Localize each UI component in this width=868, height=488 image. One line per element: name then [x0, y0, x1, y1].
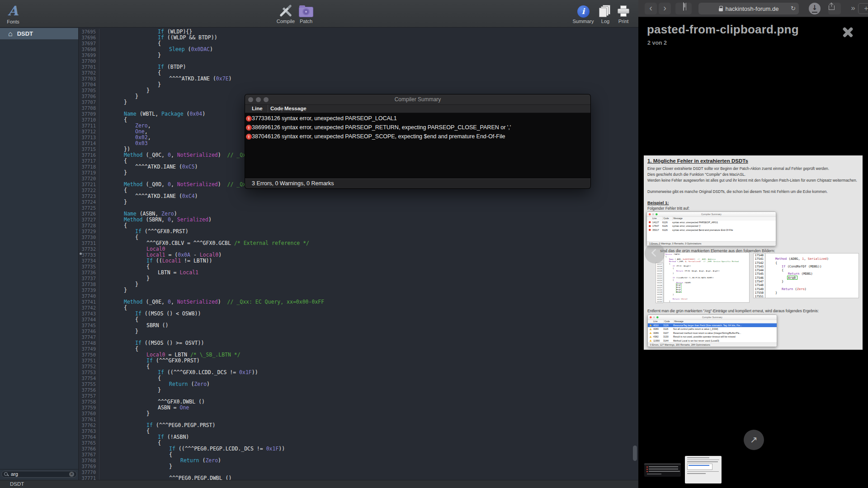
cell-message: syntax error, unexpected PARSEOP_RETURN,…	[282, 123, 590, 132]
thumbnail-1[interactable]	[644, 463, 681, 477]
back-button[interactable]: ‹	[645, 3, 657, 14]
column-line: Line	[252, 105, 268, 113]
line-number: 37735	[79, 264, 99, 270]
column-message: Message	[282, 105, 590, 113]
error-row[interactable]: !377336126syntax error, unexpected PARSE…	[245, 114, 590, 123]
safari-window: ‹ › hackintosh-forum.de ↻ ↓ » + pasted-f…	[638, 0, 868, 488]
clear-search-icon[interactable]: ×	[69, 472, 74, 477]
log-button[interactable]: Log	[596, 3, 614, 24]
downloads-button[interactable]: ↓	[809, 3, 821, 14]
line-number: 37707	[79, 99, 99, 105]
close-window-icon[interactable]	[248, 97, 253, 102]
line-number: 37746	[79, 328, 99, 334]
line-number: 37711	[79, 123, 99, 129]
code-text: }	[99, 82, 161, 88]
line-number: 37723	[79, 193, 99, 199]
toolbar-overflow-chevrons[interactable]: »	[847, 3, 858, 14]
sidebar-item-dsdt[interactable]: ⌂ DSDT	[0, 28, 78, 39]
open-external-button[interactable]: ↗	[744, 430, 764, 450]
code-text: {	[99, 305, 127, 311]
code-text: If ((MSOS () >= OSVT))	[99, 340, 204, 346]
code-line: 37743If ((MSOS () < OSW8))	[79, 311, 638, 317]
error-icon	[649, 221, 651, 224]
result-text: Entfernt man die grün markierten "Arg"-E…	[647, 309, 819, 313]
code-line: 37762If (^^^PEG0.PEGP.PRST)	[79, 422, 638, 428]
error-row[interactable]: !387046126syntax error, unexpected PARSE…	[245, 132, 590, 141]
line-number: 37708	[79, 105, 99, 111]
code-text: }	[99, 387, 161, 393]
status-bar: DSDT	[0, 480, 638, 488]
close-button[interactable]	[841, 25, 855, 39]
log-label: Log	[596, 19, 614, 24]
mini-code-right: 1754017541Method (ADBG, 1, Serialized)17…	[753, 253, 859, 298]
line-number: 37755	[79, 381, 99, 387]
code-line: 37746}	[79, 328, 638, 334]
mini-code-left-gutter: 1411714118141191412014121141221412314124…	[656, 263, 663, 303]
editor-scrollbar-thumb[interactable]	[633, 446, 637, 461]
code-text: ASBN = One	[99, 405, 189, 411]
share-button[interactable]	[828, 3, 841, 14]
address-bar[interactable]: hackintosh-forum.de ↻	[698, 3, 799, 14]
code-line: 37756}	[79, 387, 638, 393]
fonts-button[interactable]: A Fonts	[3, 3, 24, 24]
code-line: 37764If (!ASBN)	[79, 434, 638, 440]
code-text: If (BTDP)	[99, 64, 186, 70]
code-text: {	[99, 188, 127, 193]
print-button[interactable]: Print	[613, 3, 633, 24]
cell-message: syntax error, unexpected PARSEOP_LOCAL1	[282, 114, 590, 123]
code-line: 37760}	[79, 411, 638, 417]
line-number: 37713	[79, 135, 99, 141]
cell-code: 6126	[268, 114, 282, 123]
new-tab-button[interactable]: +	[858, 3, 868, 14]
error-icon	[649, 229, 651, 231]
app-toolbar: A Fonts Compile Patch i Summary Log Pr	[0, 0, 638, 28]
error-row[interactable]: !386996126syntax error, unexpected PARSE…	[245, 123, 590, 132]
line-number: 37758	[79, 399, 99, 405]
code-text: ^^^PEG0.PEGP.DWBL ()	[99, 475, 231, 480]
reload-icon[interactable]: ↻	[791, 5, 796, 12]
print-label: Print	[613, 19, 633, 24]
minimize-window-icon[interactable]	[256, 97, 261, 102]
line-number: 37700	[79, 58, 99, 64]
example-intro: Folgender Fehler tritt auf:	[647, 206, 689, 211]
zoom-window-icon[interactable]	[264, 97, 269, 102]
line-number: 37757	[79, 393, 99, 399]
search-input[interactable]: arg ×	[1, 471, 77, 478]
summary-button[interactable]: i Summary	[571, 3, 596, 24]
info-icon: i	[577, 5, 590, 18]
code-text: }	[99, 94, 138, 99]
code-line: 37727Method (SBRN, 0, Serialized)	[79, 217, 638, 223]
warning-row: 40103126ResourceTag larger than Field (S…	[648, 324, 777, 328]
sidebar-toggle-button[interactable]	[675, 3, 692, 14]
code-text: {	[99, 41, 161, 47]
code-line: 37737}	[79, 276, 638, 282]
code-text: Method (SBRN, 0, Serialized)	[99, 217, 212, 223]
line-number: 37754	[79, 375, 99, 381]
line-number: 37728	[79, 223, 99, 229]
code-line: 37768Return (Zero)	[79, 458, 638, 464]
code-text: ^^^^ATKD.IANE (0xC5)	[99, 164, 198, 170]
error-row: 353176126syntax error, unexpected $end a…	[647, 228, 776, 232]
line-number: 37729	[79, 229, 99, 235]
thumbnail-2-selected[interactable]	[685, 456, 722, 483]
code-line: 37766If ((^^^PEG0.PEGP.LCDD._DCS != 0x1F…	[79, 446, 638, 452]
line-number: 37703	[79, 76, 99, 82]
line-number: 37742	[79, 305, 99, 311]
line-number: 37764	[79, 434, 99, 440]
compile-button[interactable]: Compile	[273, 3, 298, 24]
patch-button[interactable]: Patch	[296, 3, 316, 24]
forward-button[interactable]: ›	[659, 3, 671, 14]
previous-image-button[interactable]	[645, 243, 665, 263]
code-text	[99, 334, 124, 340]
code-line: 37748If ((MSOS () >= OSVT))	[79, 340, 638, 346]
chevron-left-icon: ‹	[649, 3, 652, 13]
chevron-right-icon: ›	[663, 3, 666, 13]
code-line: 37767{	[79, 452, 638, 458]
code-line: 37704}	[79, 82, 638, 88]
line-number: 37706	[79, 94, 99, 99]
line-number: 37771	[79, 475, 99, 480]
compiler-summary-titlebar[interactable]: Compiler Summary	[245, 94, 590, 104]
code-line: 37698Sleep (0x0DAC)	[79, 47, 638, 52]
code-text: }	[99, 199, 127, 205]
tutorial-paragraph: Eine per Clover extrahierte DSDT sollte …	[647, 166, 829, 171]
